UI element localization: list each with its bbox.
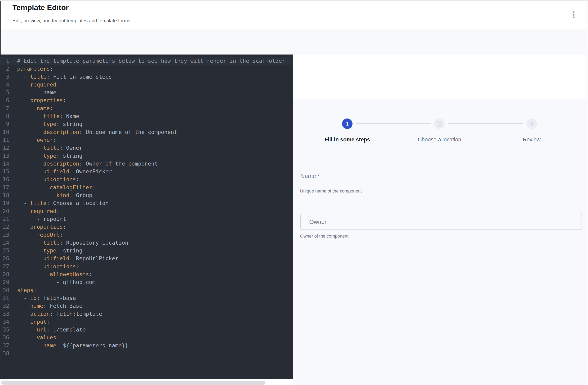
code-text: name: xyxy=(9,105,53,111)
code-line[interactable]: 2parameters: xyxy=(0,65,293,73)
code-line[interactable]: 6 properties: xyxy=(0,96,293,104)
code-line[interactable]: 16 ui:options: xyxy=(0,175,293,183)
code-text: type: string xyxy=(9,153,83,159)
line-number: 24 xyxy=(0,239,9,247)
code-line[interactable]: 24 title: Repository Location xyxy=(0,239,293,247)
code-line[interactable]: 23 repoUrl: xyxy=(0,231,293,239)
code-line[interactable]: 26 ui:field: RepoUrlPicker xyxy=(0,255,293,262)
line-number: 19 xyxy=(0,199,9,207)
line-number: 12 xyxy=(0,144,9,152)
line-number: 4 xyxy=(0,81,9,88)
more-options-button[interactable] xyxy=(568,8,579,21)
code-text xyxy=(9,350,17,356)
code-line[interactable]: 4 required: xyxy=(0,81,293,88)
yaml-code-editor[interactable]: 1# Edit the template parameters below to… xyxy=(0,55,293,379)
code-line[interactable]: 29 - github.com xyxy=(0,278,293,286)
line-number: 7 xyxy=(0,104,9,112)
stepper: 1Fill in some steps2Choose a location3Re… xyxy=(293,118,586,143)
code-line[interactable]: 21 - repoUrl xyxy=(0,215,293,223)
code-text: - name xyxy=(9,89,56,96)
code-text: steps: xyxy=(9,287,37,293)
code-text: properties: xyxy=(9,97,66,103)
horizontal-scrollbar-thumb[interactable] xyxy=(1,381,265,385)
code-text: ui:options: xyxy=(9,176,79,182)
code-lines: 1# Edit the template parameters below to… xyxy=(0,57,293,357)
code-line[interactable]: 20 required: xyxy=(0,207,293,215)
step-circle: 1 xyxy=(342,118,353,129)
code-text: # Edit the template parameters below to … xyxy=(9,58,285,64)
code-line[interactable]: 17 catalogFilter: xyxy=(0,183,293,191)
code-line[interactable]: 34 input: xyxy=(0,318,293,326)
code-line[interactable]: 25 type: string xyxy=(0,247,293,255)
line-number: 26 xyxy=(0,255,9,262)
window-scrollbar-strip[interactable] xyxy=(586,0,588,385)
code-line[interactable]: 33 action: fetch:template xyxy=(0,310,293,318)
code-text: description: Unique name of the componen… xyxy=(9,129,177,135)
code-text: type: string xyxy=(9,121,83,127)
code-line[interactable]: 7 name: xyxy=(0,104,293,112)
code-text: ui:field: OwnerPicker xyxy=(9,168,112,175)
code-text: catalogFilter: xyxy=(9,184,96,191)
line-number: 2 xyxy=(0,65,9,73)
line-number: 9 xyxy=(0,120,9,128)
code-text: owner: xyxy=(9,137,56,143)
code-text: - title: Fill in some steps xyxy=(9,74,112,80)
line-number: 20 xyxy=(0,207,9,215)
line-number: 30 xyxy=(0,286,9,294)
owner-input[interactable] xyxy=(309,216,571,228)
code-line[interactable]: 8 title: Name xyxy=(0,112,293,120)
code-line[interactable]: 31 - id: fetch-base xyxy=(0,294,293,302)
code-line[interactable]: 19 - title: Choose a location xyxy=(0,199,293,207)
code-text: name: ${{parameters.name}} xyxy=(9,342,128,349)
code-line[interactable]: 32 name: Fetch Base xyxy=(0,302,293,310)
code-text: title: Repository Location xyxy=(9,239,128,246)
code-line[interactable]: 14 description: Owner of the component xyxy=(0,160,293,168)
code-line[interactable]: 37 name: ${{parameters.name}} xyxy=(0,342,293,349)
line-number: 34 xyxy=(0,318,9,326)
horizontal-scrollbar-track[interactable] xyxy=(0,379,293,385)
code-line[interactable]: 27 ui:options: xyxy=(0,262,293,270)
code-line[interactable]: 13 type: string xyxy=(0,152,293,160)
code-text: type: string xyxy=(9,247,83,254)
code-line[interactable]: 1# Edit the template parameters below to… xyxy=(0,57,293,65)
owner-field[interactable]: Owner xyxy=(300,214,582,230)
step-label: Fill in some steps xyxy=(325,137,370,143)
line-number: 11 xyxy=(0,136,9,144)
code-text: url: ./template xyxy=(9,326,86,333)
form-preview-panel: 1Fill in some steps2Choose a location3Re… xyxy=(293,55,586,385)
more-vert-icon xyxy=(573,14,574,16)
line-number: 17 xyxy=(0,183,9,191)
page-subtitle: Edit, preview, and try out templates and… xyxy=(12,18,130,23)
window-left-edge xyxy=(0,0,0,55)
line-number: 10 xyxy=(0,128,9,136)
code-line[interactable]: 9 type: string xyxy=(0,120,293,128)
code-line[interactable]: 11 owner: xyxy=(0,136,293,144)
line-number: 31 xyxy=(0,294,9,302)
template-editor-page: Template Editor Edit, preview, and try o… xyxy=(0,0,588,385)
line-number: 3 xyxy=(0,73,9,81)
code-line[interactable]: 35 url: ./template xyxy=(0,326,293,334)
code-line[interactable]: 10 description: Unique name of the compo… xyxy=(0,128,293,136)
line-number: 18 xyxy=(0,191,9,199)
name-field-underline xyxy=(300,185,584,185)
code-line[interactable]: 18 kind: Group xyxy=(0,191,293,199)
code-text: ui:options: xyxy=(9,263,79,270)
line-number: 33 xyxy=(0,310,9,318)
step-connector xyxy=(356,124,431,124)
code-line[interactable]: 5 - name xyxy=(0,88,293,96)
code-line[interactable]: 12 title: Owner xyxy=(0,144,293,152)
code-line[interactable]: 15 ui:field: OwnerPicker xyxy=(0,168,293,175)
code-line[interactable]: 36 values: xyxy=(0,334,293,341)
code-line[interactable]: 28 allowedHosts: xyxy=(0,270,293,278)
code-text: repoUrl: xyxy=(9,232,63,238)
code-line[interactable]: 3 - title: Fill in some steps xyxy=(0,73,293,81)
code-line[interactable]: 22 properties: xyxy=(0,223,293,231)
line-number: 13 xyxy=(0,152,9,160)
code-line[interactable]: 30steps: xyxy=(0,286,293,294)
code-text: title: Name xyxy=(9,113,79,119)
code-line[interactable]: 38 xyxy=(0,349,293,357)
stepper-step-3: 3Review xyxy=(486,118,578,143)
code-text: required: xyxy=(9,82,60,88)
line-number: 22 xyxy=(0,223,9,231)
name-input[interactable] xyxy=(300,169,584,184)
